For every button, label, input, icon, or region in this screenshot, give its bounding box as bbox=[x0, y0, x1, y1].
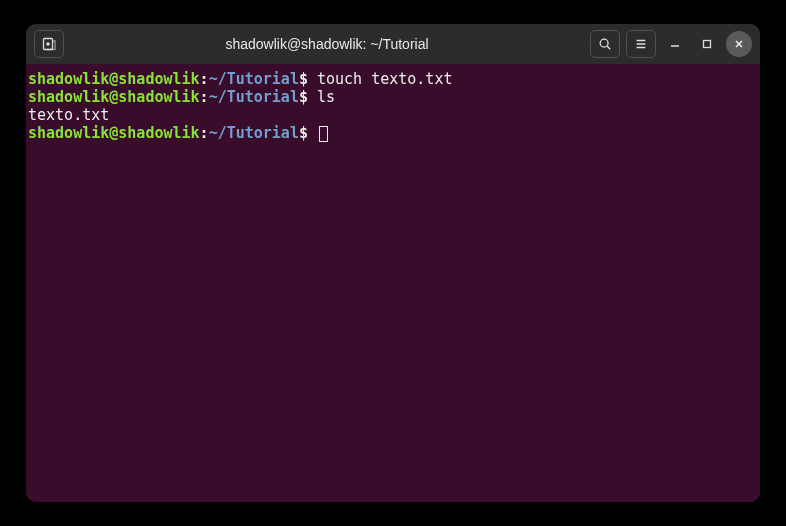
prompt-dollar: $ bbox=[299, 88, 308, 106]
prompt-colon: : bbox=[200, 70, 209, 88]
menu-button[interactable] bbox=[626, 30, 656, 58]
svg-rect-9 bbox=[704, 41, 711, 48]
svg-point-3 bbox=[600, 39, 608, 47]
prompt-user-host: shadowlik@shadowlik bbox=[28, 124, 200, 142]
output-text: texto.txt bbox=[28, 106, 109, 124]
minimize-icon bbox=[670, 39, 680, 49]
prompt-colon: : bbox=[200, 124, 209, 142]
prompt-path: ~/Tutorial bbox=[209, 88, 299, 106]
titlebar: shadowlik@shadowlik: ~/Tutorial bbox=[26, 24, 760, 64]
new-tab-icon bbox=[41, 36, 57, 52]
terminal-window: shadowlik@shadowlik: ~/Tutorial bbox=[26, 24, 760, 502]
command-text bbox=[308, 124, 317, 142]
new-tab-button[interactable] bbox=[34, 30, 64, 58]
cursor bbox=[319, 126, 328, 142]
terminal-body[interactable]: shadowlik@shadowlik:~/Tutorial$ touch te… bbox=[26, 64, 760, 502]
prompt-user-host: shadowlik@shadowlik bbox=[28, 88, 200, 106]
prompt-colon: : bbox=[200, 88, 209, 106]
terminal-line: shadowlik@shadowlik:~/Tutorial$ touch te… bbox=[28, 70, 760, 88]
hamburger-icon bbox=[634, 37, 648, 51]
prompt-path: ~/Tutorial bbox=[209, 70, 299, 88]
titlebar-right bbox=[590, 30, 752, 58]
command-text: ls bbox=[308, 88, 335, 106]
search-button[interactable] bbox=[590, 30, 620, 58]
search-icon bbox=[598, 37, 612, 51]
prompt-dollar: $ bbox=[299, 70, 308, 88]
terminal-line: texto.txt bbox=[28, 106, 760, 124]
terminal-line: shadowlik@shadowlik:~/Tutorial$ bbox=[28, 124, 760, 142]
prompt-dollar: $ bbox=[299, 124, 308, 142]
prompt-path: ~/Tutorial bbox=[209, 124, 299, 142]
svg-line-4 bbox=[607, 46, 610, 49]
close-button[interactable] bbox=[726, 31, 752, 57]
titlebar-left bbox=[34, 30, 64, 58]
maximize-button[interactable] bbox=[694, 31, 720, 57]
prompt-user-host: shadowlik@shadowlik bbox=[28, 70, 200, 88]
window-title: shadowlik@shadowlik: ~/Tutorial bbox=[70, 36, 584, 52]
minimize-button[interactable] bbox=[662, 31, 688, 57]
maximize-icon bbox=[702, 39, 712, 49]
command-text: touch texto.txt bbox=[308, 70, 453, 88]
terminal-line: shadowlik@shadowlik:~/Tutorial$ ls bbox=[28, 88, 760, 106]
close-icon bbox=[734, 39, 744, 49]
